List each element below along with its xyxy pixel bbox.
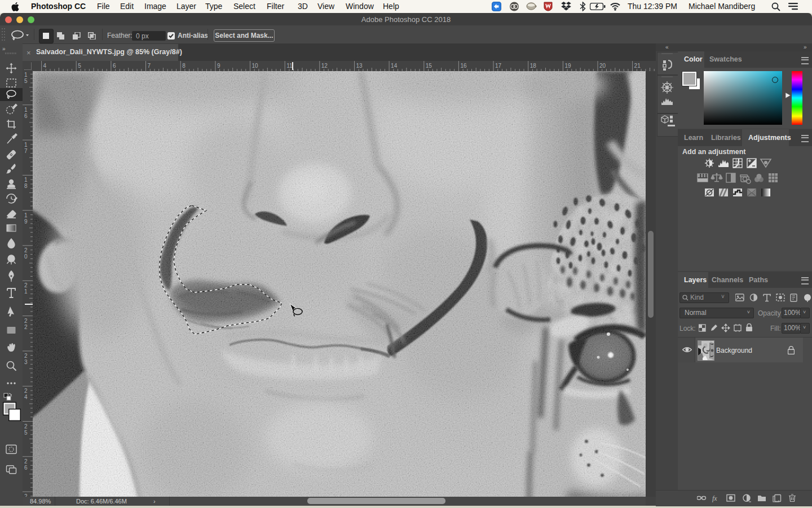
svg-text:17: 17 xyxy=(495,63,502,69)
svg-text:21: 21 xyxy=(634,63,641,69)
svg-text:9: 9 xyxy=(24,218,28,225)
svg-text:14: 14 xyxy=(391,63,398,69)
svg-text:8: 8 xyxy=(24,183,28,189)
svg-text:6: 6 xyxy=(113,63,116,69)
svg-text:1: 1 xyxy=(24,107,28,113)
svg-text:8: 8 xyxy=(182,63,186,69)
svg-text:20: 20 xyxy=(599,63,606,69)
svg-text:2: 2 xyxy=(24,388,28,394)
svg-text:13: 13 xyxy=(356,63,363,69)
svg-text:2: 2 xyxy=(24,324,28,330)
svg-text:5: 5 xyxy=(24,430,28,436)
svg-text:1: 1 xyxy=(24,288,28,295)
svg-text:3: 3 xyxy=(24,359,28,365)
svg-text:1: 1 xyxy=(24,212,28,218)
svg-text:4: 4 xyxy=(43,63,47,69)
svg-text:2: 2 xyxy=(24,353,28,359)
svg-text:19: 19 xyxy=(564,63,571,69)
svg-text:2: 2 xyxy=(24,318,28,324)
svg-text:10: 10 xyxy=(252,63,259,69)
svg-text:7: 7 xyxy=(148,63,151,69)
svg-text:6: 6 xyxy=(24,465,28,471)
svg-text:6: 6 xyxy=(24,113,28,119)
svg-text:1: 1 xyxy=(24,142,28,148)
svg-text:1: 1 xyxy=(24,177,28,183)
svg-text:1: 1 xyxy=(24,72,28,78)
svg-text:2: 2 xyxy=(24,247,28,253)
svg-text:16: 16 xyxy=(460,63,467,69)
svg-text:fx: fx xyxy=(712,494,717,502)
svg-text:15: 15 xyxy=(426,63,433,69)
svg-text:18: 18 xyxy=(530,63,537,69)
svg-text:7: 7 xyxy=(24,148,28,154)
svg-text:0: 0 xyxy=(24,253,28,260)
svg-text:5: 5 xyxy=(24,78,28,84)
svg-text:5: 5 xyxy=(78,63,81,69)
svg-text:4: 4 xyxy=(24,394,28,400)
svg-text:11: 11 xyxy=(286,63,293,69)
svg-text:9: 9 xyxy=(217,63,220,69)
svg-text:2: 2 xyxy=(24,282,28,288)
svg-text:12: 12 xyxy=(321,63,328,69)
svg-text:2: 2 xyxy=(24,423,28,430)
svg-text:2: 2 xyxy=(24,458,28,465)
